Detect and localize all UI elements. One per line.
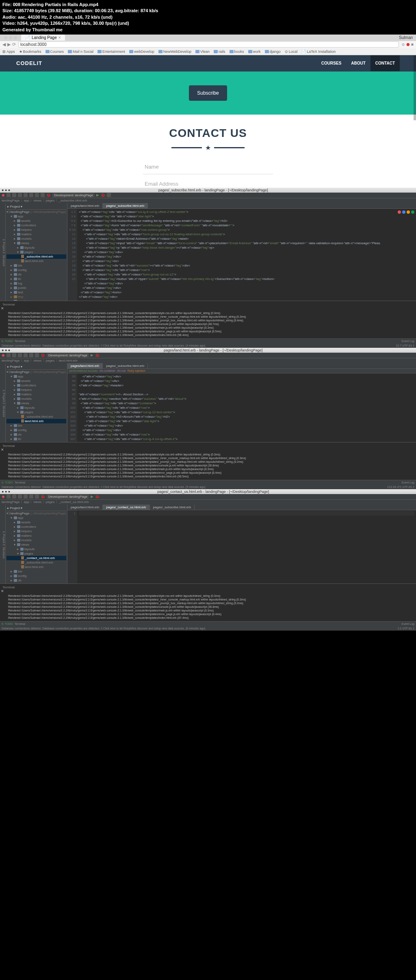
editor-tab[interactable]: pages/_subscribe.html.erb xyxy=(103,363,148,369)
browser-tab[interactable]: 📄 Landing Page × xyxy=(21,35,65,41)
bookmark-folder[interactable]: django xyxy=(265,50,281,54)
window-controls[interactable] xyxy=(2,36,20,39)
editor-tab[interactable]: pages/land.html.erb xyxy=(67,203,103,208)
code-editor[interactable]: 1 2 3 4 5 6 7 8 9 10 11 12 13 14 15 16 1… xyxy=(67,209,416,301)
nav-about[interactable]: ABOUT xyxy=(346,55,370,71)
bookmark-folder[interactable]: Entertainment xyxy=(98,50,125,54)
ide-toolbar[interactable]: ◉ 🐞 Development: landingPage ▶ 🐞 xyxy=(0,193,416,198)
forward-icon[interactable]: ▶ xyxy=(7,42,11,47)
editor-tab[interactable]: pages/_subscribe.html.erb xyxy=(150,505,195,510)
tool-window-tabs[interactable]: 1: Project 2: Structure xyxy=(0,363,6,442)
back-icon[interactable]: ◀ xyxy=(2,42,6,47)
editor-tab-active[interactable]: pages/land.html.erb xyxy=(67,363,103,369)
tool-window-tabs[interactable]: 1: Project 2: Structure xyxy=(0,203,6,301)
tb-paste-icon[interactable] xyxy=(41,193,45,197)
ext-icon[interactable]: ⬣ xyxy=(406,42,410,47)
terminal-tab[interactable]: Terminal xyxy=(15,340,25,343)
code-content[interactable]: </"attr-n">class="tag">div> </"attr-n">c… xyxy=(77,373,416,442)
debug-icon[interactable]: 🐞 xyxy=(95,353,100,357)
project-tree[interactable]: ▸ Project ▾ ▾landingPage (~/Desktop/land… xyxy=(6,505,67,583)
terminal-panel[interactable]: Terminal ✕ Rendered /Users/Sulman/.rbenv… xyxy=(0,301,416,338)
nav-contact[interactable]: CONTACT xyxy=(370,55,400,71)
editor-tabs[interactable]: pages/land.html.erb pages/_subscribe.htm… xyxy=(67,203,416,209)
bug-icon[interactable]: 🐞 xyxy=(46,193,51,197)
terminal-close-icon[interactable]: ✕ xyxy=(1,448,4,452)
editor-tab-active[interactable]: pages/_contact_us.html.erb xyxy=(103,505,150,510)
email-input[interactable] xyxy=(143,177,273,188)
debug-icon[interactable]: 🐞 xyxy=(101,193,105,197)
notification-bar[interactable]: Database connections detector: Database … xyxy=(0,485,416,489)
scrollbar[interactable] xyxy=(414,55,416,120)
tab-close-icon[interactable]: × xyxy=(58,35,61,40)
tb-open-icon[interactable] xyxy=(6,193,11,197)
code-editor[interactable]: 1 xyxy=(67,510,416,583)
chrome-user[interactable]: Sulman xyxy=(397,35,414,40)
run-config[interactable]: Development: landingPage xyxy=(47,494,89,499)
tb-save-icon[interactable] xyxy=(12,193,16,197)
nav-breadcrumb[interactable]: landingPage 〉app 〉views 〉pages 〉_contact… xyxy=(0,500,416,505)
bookmark-folder[interactable]: Courses xyxy=(46,50,64,54)
star-icon[interactable]: ☆ xyxy=(401,42,405,47)
editor-tabs[interactable]: pages/land.html.erb pages/_subscribe.htm… xyxy=(67,363,416,369)
tb-undo-icon[interactable] xyxy=(18,193,22,197)
bookmark-item[interactable]: 📄 LaTeX Installation xyxy=(301,50,336,54)
ide-window-1: ● ● ● pages/_subscribe.html.erb - landin… xyxy=(0,188,416,348)
project-tree[interactable]: ▸ Project ▾ ▾landingPage (~/Desktop/land… xyxy=(6,363,67,442)
notification-bar[interactable]: Database connections detector: Database … xyxy=(0,626,416,631)
play-icon[interactable]: ▶ xyxy=(96,193,99,197)
site-logo[interactable]: CODELIT xyxy=(16,60,42,66)
code-breadcrumb[interactable]: section#about.successdiv.containerdiv.ro… xyxy=(67,369,416,373)
nav-breadcrumb[interactable]: landingPage 〉app 〉views 〉pages 〉_subscri… xyxy=(0,198,416,203)
run-config[interactable]: Development: landingPage xyxy=(47,353,89,358)
apps-icon[interactable]: ⊞ Apps xyxy=(2,50,15,54)
subscribe-button[interactable]: Subscribe xyxy=(189,85,227,101)
bookmark-folder[interactable]: rails xyxy=(214,50,225,54)
menu-icon[interactable]: ≡ xyxy=(411,42,414,47)
ide-toolbar[interactable]: ◉ 🐞 Development: landingPage ▶ 🐞 xyxy=(0,353,416,358)
browser-preview-icons[interactable] xyxy=(398,210,414,214)
bookmark-folder[interactable]: ⊙ Local xyxy=(285,50,298,54)
name-input[interactable] xyxy=(143,160,273,174)
bookmark-folder[interactable]: books xyxy=(230,50,244,54)
terminal-panel[interactable]: Terminal ✕ Rendered /Users/Sulman/.rbenv… xyxy=(0,442,416,480)
url-input[interactable]: localhost:3000 xyxy=(18,41,399,48)
terminal-panel[interactable]: Terminal ✕ Rendered /Users/Sulman/.rbenv… xyxy=(0,583,416,621)
bookmark-folder[interactable]: ★ Bookmarks xyxy=(19,50,41,54)
notification-bar[interactable]: Database connections detector: Database … xyxy=(0,343,416,348)
play-icon[interactable]: ▶ xyxy=(91,353,93,357)
editor-tab[interactable]: pages/land.html.erb xyxy=(67,505,103,510)
reload-icon[interactable]: ⟳ xyxy=(12,42,16,47)
nav-courses[interactable]: COURSES xyxy=(316,55,346,71)
code-content[interactable]: <"attr-n">class="tag">div "attr-n">class… xyxy=(77,209,416,301)
gen-line: Generated by Thumbnail me xyxy=(2,27,414,33)
bookmark-folder[interactable]: work xyxy=(248,50,261,54)
todo-indicator[interactable]: 6: TODO xyxy=(2,340,13,343)
terminal-close-icon[interactable]: ✕ xyxy=(1,589,4,593)
code-editor[interactable]: 93 94 95 96 97 98 99 100 101 102 103 104… xyxy=(67,373,416,442)
bookmark-folder[interactable]: Mail n Social xyxy=(68,50,93,54)
bookmark-folder[interactable]: webDevelop xyxy=(129,50,154,54)
project-tree[interactable]: ▸ Project ▾ ▾landingPage (~/Desktop/land… xyxy=(6,203,67,301)
tb-copy-icon[interactable] xyxy=(35,193,39,197)
terminal-output: Rendered /Users/Sulman/.rbenv/versions/2… xyxy=(1,310,415,338)
tb-more-icon[interactable] xyxy=(107,193,111,197)
tb-redo-icon[interactable] xyxy=(24,193,28,197)
bookmark-folder[interactable]: Vlean xyxy=(195,50,210,54)
bug-icon[interactable]: 🐞 xyxy=(41,353,45,357)
bug-icon[interactable]: 🐞 xyxy=(41,494,45,499)
run-config[interactable]: Development: landingPage xyxy=(52,193,95,197)
event-log[interactable]: Event Log xyxy=(401,340,414,343)
play-icon[interactable]: ▶ xyxy=(91,494,93,499)
terminal-close-icon[interactable]: ✕ xyxy=(1,306,4,310)
tb-cut-icon[interactable] xyxy=(29,193,33,197)
bookmark-folder[interactable]: NewWebDevelop xyxy=(158,50,191,54)
nav-breadcrumb[interactable]: landingPage 〉app 〉views 〉pages 〉land.htm… xyxy=(0,358,416,363)
site-navbar: CODELIT COURSES ABOUT CONTACT xyxy=(0,55,416,72)
editor-tabs[interactable]: pages/land.html.erb pages/_contact_us.ht… xyxy=(67,505,416,510)
debug-icon[interactable]: 🐞 xyxy=(95,494,100,499)
code-content[interactable] xyxy=(77,510,416,583)
ide-toolbar[interactable]: ◉ 🐞 Development: landingPage ▶ 🐞 xyxy=(0,494,416,500)
terminal-output: Rendered /Users/Sulman/.rbenv/versions/2… xyxy=(1,593,415,620)
tool-window-tabs[interactable]: 1: Project 2: Structure xyxy=(0,505,6,583)
editor-tab-active[interactable]: pages/_subscribe.html.erb xyxy=(103,203,148,208)
